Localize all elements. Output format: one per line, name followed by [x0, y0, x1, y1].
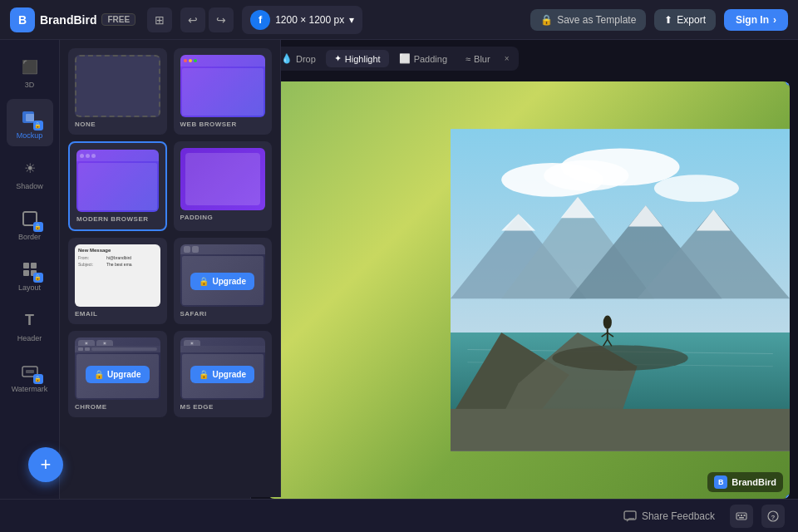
arrow-right-icon: ›	[773, 14, 776, 26]
brandbird-watermark: B BrandBird	[707, 472, 783, 492]
mockup-preview-modern-browser	[76, 150, 159, 212]
export-icon: ⬆	[664, 14, 672, 26]
bottom-bar: Share Feedback ?	[0, 499, 798, 532]
tab-highlight[interactable]: ✦ Highlight	[326, 50, 389, 67]
export-button[interactable]: ⬆ Export	[654, 9, 716, 31]
mockup-grid-overlay: NONE WEB BROWSER	[60, 40, 281, 497]
blur-icon: ≈	[466, 54, 470, 64]
edge-upgrade-button[interactable]: 🔒 Upgrade	[190, 366, 254, 383]
canvas-image	[451, 81, 790, 499]
mockup-option-padding[interactable]: PADDING	[174, 141, 273, 231]
redo-button[interactable]: ↪	[209, 7, 234, 32]
layout-manager-button[interactable]: ⊞	[147, 7, 172, 32]
sidebar-item-layout[interactable]: 🔒 Layout	[7, 251, 53, 298]
facebook-icon: f	[250, 10, 270, 30]
mb-dot2	[86, 154, 90, 158]
email-header-text: New Message	[78, 248, 157, 253]
lock-icon-chrome: 🔒	[94, 370, 104, 379]
lock-icon-edge: 🔒	[199, 370, 209, 379]
sidebar-label-border: Border	[18, 233, 41, 241]
padding-icon: ⬜	[399, 53, 411, 64]
lock-badge-mockup: 🔒	[33, 121, 43, 131]
keyboard-shortcuts-button[interactable]	[730, 505, 753, 528]
mockup-option-email[interactable]: New Message From: hi@brandbird Subject: …	[68, 238, 167, 324]
canvas-size-button[interactable]: f 1200 × 1200 px ▾	[242, 6, 362, 34]
drop-icon: 💧	[281, 53, 293, 64]
undo-redo-group: ↩ ↪	[180, 7, 234, 32]
sidebar-label-3d: 3D	[25, 81, 35, 89]
border-icon: 🔒	[18, 207, 42, 230]
tab-blur-label: Blur	[474, 54, 490, 64]
dot-red	[184, 59, 187, 62]
sidebar-item-watermark[interactable]: 🔒 Watermark	[7, 352, 53, 400]
sidebar-item-mockup[interactable]: 🔒 Mockup	[7, 99, 53, 146]
save-template-button[interactable]: 🔒 Save as Template	[530, 9, 646, 31]
layout-icon: 🔒	[18, 258, 42, 281]
lock-badge-watermark: 🔒	[33, 374, 43, 384]
sidebar-label-watermark: Watermark	[12, 385, 48, 393]
safari-upgrade-button[interactable]: 🔒 Upgrade	[190, 273, 254, 290]
mockup-option-chrome[interactable]: ▣ ▣ 🔒 Upgrade CHROME	[68, 331, 167, 417]
watermark-text: BrandBird	[732, 477, 776, 487]
browser-screen	[182, 68, 264, 116]
dot-green	[194, 59, 197, 62]
mockup-preview-padding	[180, 148, 266, 210]
main-layout: ⬛ 3D 🔒 Mockup ☀ Shadow 🔒	[0, 40, 798, 532]
mockup-option-modern-browser[interactable]: MODERN BROWSER	[68, 141, 167, 231]
email-row-subject: Subject: The best ema	[78, 262, 157, 267]
app-name: BrandBird	[40, 13, 96, 27]
shadow-icon: ☀	[18, 156, 42, 180]
mockup-option-none[interactable]: NONE	[68, 48, 167, 135]
canvas-area: 💧 Drop ✦ Highlight ⬜ Padding ≈ Blur ×	[251, 40, 798, 532]
tab-drop-label: Drop	[296, 54, 316, 64]
email-row-from: From: hi@brandbird	[78, 255, 157, 260]
lock-icon-safari: 🔒	[199, 277, 209, 286]
signin-button[interactable]: Sign In ›	[724, 9, 788, 31]
watermark-icon: 🔒	[18, 359, 42, 382]
mockup-option-ms-edge[interactable]: ▣ 🔒 Upgrade MS EDGE	[174, 331, 273, 417]
mockup-option-safari[interactable]: 🔒 Upgrade SAFARI	[174, 238, 273, 324]
sidebar-item-3d[interactable]: ⬛ 3D	[7, 48, 53, 96]
mockup-label-web-browser: WEB BROWSER	[180, 121, 266, 128]
toolbar-close-button[interactable]: ×	[500, 52, 514, 66]
mockup-preview-web-browser	[180, 55, 266, 117]
svg-point-40	[552, 345, 687, 371]
modern-browser-screen	[78, 163, 157, 210]
modern-browser-bar	[76, 150, 159, 161]
share-feedback-button[interactable]: Share Feedback	[617, 506, 722, 526]
canvas-toolbar: 💧 Drop ✦ Highlight ⬜ Padding ≈ Blur ×	[268, 47, 519, 71]
feedback-icon	[623, 510, 637, 523]
header-icon: T	[18, 308, 42, 332]
help-button[interactable]: ?	[761, 505, 785, 528]
logo-area: B BrandBird FREE	[10, 7, 135, 32]
mockup-label-email: EMAIL	[75, 310, 160, 318]
tab-padding-label: Padding	[414, 54, 447, 64]
mockup-preview-none	[75, 55, 160, 117]
feedback-label: Share Feedback	[642, 510, 715, 522]
mockup-icon: 🔒	[18, 106, 42, 129]
chrome-upgrade-button[interactable]: 🔒 Upgrade	[86, 366, 150, 383]
brandbird-logo-small: B	[714, 475, 727, 489]
sidebar-label-shadow: Shadow	[16, 182, 43, 190]
mb-dot1	[80, 154, 84, 158]
undo-button[interactable]: ↩	[180, 7, 205, 32]
tab-highlight-label: Highlight	[345, 54, 381, 64]
canvas-size-chevron: ▾	[349, 14, 354, 26]
edge-upgrade-overlay: 🔒 Upgrade	[174, 331, 273, 417]
tab-padding[interactable]: ⬜ Padding	[391, 50, 456, 67]
sidebar-item-border[interactable]: 🔒 Border	[7, 200, 53, 248]
free-badge: FREE	[101, 13, 135, 26]
mockup-option-web-browser[interactable]: WEB BROWSER	[174, 48, 273, 135]
keyboard-icon	[736, 510, 747, 522]
sidebar-item-shadow[interactable]: ☀ Shadow	[7, 150, 53, 197]
highlight-icon: ✦	[334, 53, 342, 64]
topbar: B BrandBird FREE ⊞ ↩ ↪ f 1200 × 1200 px …	[0, 0, 798, 40]
svg-rect-44	[738, 515, 740, 516]
mockup-label-modern-browser: MODERN BROWSER	[76, 215, 159, 223]
sidebar-item-header[interactable]: T Header	[7, 302, 53, 349]
add-button[interactable]: +	[28, 447, 63, 482]
tab-blur[interactable]: ≈ Blur	[457, 51, 499, 67]
svg-rect-1	[26, 114, 34, 121]
3d-icon: ⬛	[18, 55, 42, 78]
mockup-grid: NONE WEB BROWSER	[68, 48, 272, 417]
